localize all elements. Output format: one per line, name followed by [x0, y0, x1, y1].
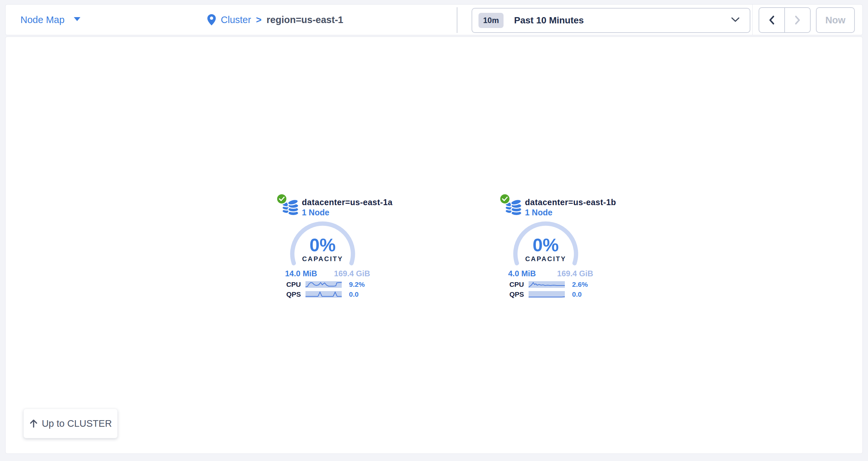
cpu-value: 9.2% — [349, 281, 365, 289]
chevron-down-icon — [731, 17, 740, 24]
time-range-label: Past 10 Minutes — [514, 15, 584, 26]
capacity-percent: 0% — [288, 236, 357, 254]
capacity-used: 4.0 MiB — [508, 269, 536, 278]
qps-metric-row: QPS 0.0 — [507, 290, 582, 298]
capacity-values: 14.0 MiB 169.4 GiB — [285, 269, 370, 278]
capacity-percent: 0% — [511, 236, 580, 254]
qps-value: 0.0 — [349, 290, 359, 298]
map-pin-icon — [207, 14, 216, 25]
cpu-value: 2.6% — [572, 281, 588, 289]
breadcrumb-link-cluster[interactable]: Cluster — [221, 14, 251, 25]
header-bar: Node Map Cluster > region=us-east-1 10m … — [5, 4, 863, 35]
qps-sparkline — [529, 291, 565, 298]
qps-value: 0.0 — [572, 290, 582, 298]
capacity-total: 169.4 GiB — [334, 269, 370, 278]
view-selector-dropdown[interactable]: Node Map — [21, 5, 81, 35]
breadcrumb-current: region=us-east-1 — [267, 14, 343, 25]
datacenter-card-titles: datacenter=us-east-1b 1 Node — [525, 197, 616, 218]
view-selector-label: Node Map — [21, 14, 65, 25]
cpu-label: CPU — [284, 281, 301, 289]
capacity-gauge-text: 0% CAPACITY — [511, 236, 580, 263]
next-arrow-icon — [794, 15, 801, 25]
node-count: 1 Node — [525, 207, 616, 218]
capacity-total: 169.4 GiB — [557, 269, 593, 278]
qps-label: QPS — [507, 290, 524, 298]
datacenter-card[interactable]: datacenter=us-east-1a 1 Node 0% CAPACITY… — [274, 191, 373, 300]
health-check-icon — [499, 193, 510, 204]
capacity-used: 14.0 MiB — [285, 269, 317, 278]
cpu-metric-row: CPU 9.2% — [284, 281, 365, 289]
header-divider — [752, 5, 753, 35]
up-to-cluster-label: Up to CLUSTER — [42, 418, 112, 429]
health-check-icon — [276, 193, 287, 204]
time-step-buttons — [758, 7, 811, 33]
dropdown-caret-icon — [74, 17, 81, 23]
cpu-label: CPU — [507, 281, 524, 289]
up-arrow-icon — [29, 419, 38, 428]
qps-sparkline — [306, 291, 342, 298]
breadcrumb-separator: > — [256, 14, 262, 25]
qps-label: QPS — [284, 290, 301, 298]
node-count: 1 Node — [302, 207, 393, 218]
datacenter-card-titles: datacenter=us-east-1a 1 Node — [302, 197, 393, 218]
next-time-button[interactable] — [784, 8, 810, 32]
prev-time-button[interactable] — [759, 8, 784, 32]
capacity-label: CAPACITY — [288, 255, 357, 263]
datacenter-title: datacenter=us-east-1b — [525, 197, 616, 207]
now-button[interactable]: Now — [816, 7, 855, 33]
up-to-cluster-button[interactable]: Up to CLUSTER — [23, 409, 118, 438]
qps-metric-row: QPS 0.0 — [284, 290, 359, 298]
datacenter-card[interactable]: datacenter=us-east-1b 1 Node 0% CAPACITY… — [497, 191, 596, 300]
cpu-sparkline — [306, 281, 342, 288]
time-range-selector[interactable]: 10m Past 10 Minutes — [471, 8, 750, 33]
header-divider — [457, 7, 457, 33]
cpu-metric-row: CPU 2.6% — [507, 281, 588, 289]
cpu-sparkline — [529, 281, 565, 288]
capacity-gauge-text: 0% CAPACITY — [288, 236, 357, 263]
datacenter-title: datacenter=us-east-1a — [302, 197, 393, 207]
capacity-values: 4.0 MiB 169.4 GiB — [508, 269, 593, 278]
capacity-label: CAPACITY — [511, 255, 580, 263]
breadcrumb: Cluster > region=us-east-1 — [207, 5, 343, 35]
prev-arrow-icon — [769, 15, 775, 25]
time-range-badge: 10m — [478, 13, 503, 28]
node-map-canvas: datacenter=us-east-1a 1 Node 0% CAPACITY… — [5, 37, 863, 454]
